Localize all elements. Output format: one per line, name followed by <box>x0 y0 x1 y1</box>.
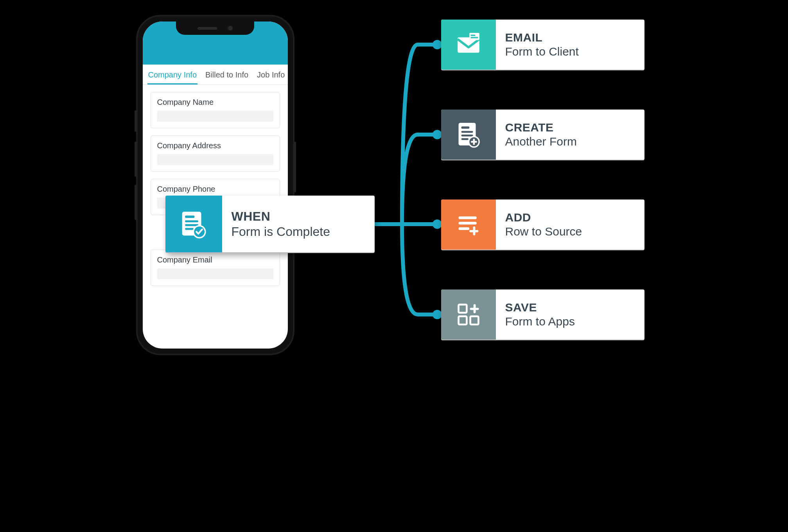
envelope-icon <box>441 20 496 70</box>
phone-side-button <box>135 142 137 177</box>
field-label: Company Name <box>157 98 273 107</box>
app-header <box>143 22 288 65</box>
action-title: CREATE <box>505 121 644 134</box>
svg-point-0 <box>433 40 442 49</box>
trigger-title: WHEN <box>232 209 375 224</box>
field-input-placeholder <box>157 111 273 122</box>
phone-screen: Company Info Billed to Info Job Info Com… <box>143 22 288 349</box>
action-title: SAVE <box>505 301 644 314</box>
svg-rect-13 <box>470 35 475 36</box>
diagram-stage: Company Info Billed to Info Job Info Com… <box>128 8 660 367</box>
action-subtitle: Row to Source <box>505 225 644 238</box>
field-input-placeholder <box>157 154 273 165</box>
action-card-email[interactable]: EMAIL Form to Client <box>441 20 644 70</box>
field-input-placeholder <box>157 268 273 279</box>
action-text: SAVE Form to Apps <box>496 289 644 340</box>
svg-rect-26 <box>458 227 469 230</box>
tab-company-info[interactable]: Company Info <box>147 70 198 84</box>
field-label: Company Phone <box>157 185 273 194</box>
tab-billed-to-info[interactable]: Billed to Info <box>205 70 249 84</box>
svg-rect-30 <box>458 316 467 325</box>
svg-rect-16 <box>461 126 469 129</box>
phone-mockup: Company Info Billed to Info Job Info Com… <box>136 15 294 355</box>
field-company-address[interactable]: Company Address <box>151 135 280 172</box>
svg-rect-8 <box>185 228 194 230</box>
form-tabs: Company Info Billed to Info Job Info <box>143 65 288 85</box>
phone-side-button <box>294 142 296 192</box>
action-title: EMAIL <box>505 31 644 44</box>
trigger-card-when[interactable]: WHEN Form is Complete <box>165 196 375 252</box>
svg-point-3 <box>433 310 442 319</box>
action-text: EMAIL Form to Client <box>496 20 644 70</box>
action-card-save[interactable]: SAVE Form to Apps <box>441 289 644 340</box>
svg-point-1 <box>433 130 442 139</box>
svg-rect-29 <box>458 305 467 313</box>
svg-rect-18 <box>461 135 473 137</box>
svg-rect-23 <box>470 141 477 143</box>
trigger-subtitle: Form is Complete <box>232 225 375 239</box>
trigger-text: WHEN Form is Complete <box>222 196 375 252</box>
svg-rect-12 <box>469 33 479 40</box>
phone-side-button <box>135 185 137 220</box>
svg-rect-33 <box>470 308 479 310</box>
phone-notch <box>176 22 254 35</box>
svg-rect-5 <box>185 216 194 218</box>
apps-plus-icon <box>441 289 496 340</box>
svg-rect-25 <box>458 222 476 225</box>
action-subtitle: Another Form <box>505 135 644 148</box>
svg-rect-14 <box>470 37 478 38</box>
form-body: Company Name Company Address Company Pho… <box>143 85 288 293</box>
svg-rect-6 <box>185 220 198 222</box>
svg-rect-19 <box>461 138 468 140</box>
field-company-email[interactable]: Company Email <box>151 250 280 286</box>
field-label: Company Email <box>157 255 273 264</box>
action-card-create[interactable]: CREATE Another Form <box>441 110 644 160</box>
action-subtitle: Form to Apps <box>505 315 644 328</box>
action-text: ADD Row to Source <box>496 200 644 250</box>
svg-rect-24 <box>458 216 476 219</box>
tab-job-info[interactable]: Job Info <box>256 70 285 84</box>
rows-plus-icon <box>441 200 496 250</box>
svg-point-2 <box>433 219 442 229</box>
action-subtitle: Form to Client <box>505 45 644 58</box>
form-check-icon <box>165 196 222 252</box>
field-label: Company Address <box>157 141 273 150</box>
svg-rect-31 <box>470 316 478 325</box>
svg-rect-28 <box>469 230 478 232</box>
field-company-name[interactable]: Company Name <box>151 92 280 128</box>
action-text: CREATE Another Form <box>496 110 644 160</box>
phone-side-button <box>135 110 137 132</box>
svg-rect-7 <box>185 224 198 226</box>
action-card-add[interactable]: ADD Row to Source <box>441 200 644 250</box>
svg-rect-17 <box>461 131 473 133</box>
action-title: ADD <box>505 211 644 224</box>
form-plus-icon <box>441 110 496 160</box>
